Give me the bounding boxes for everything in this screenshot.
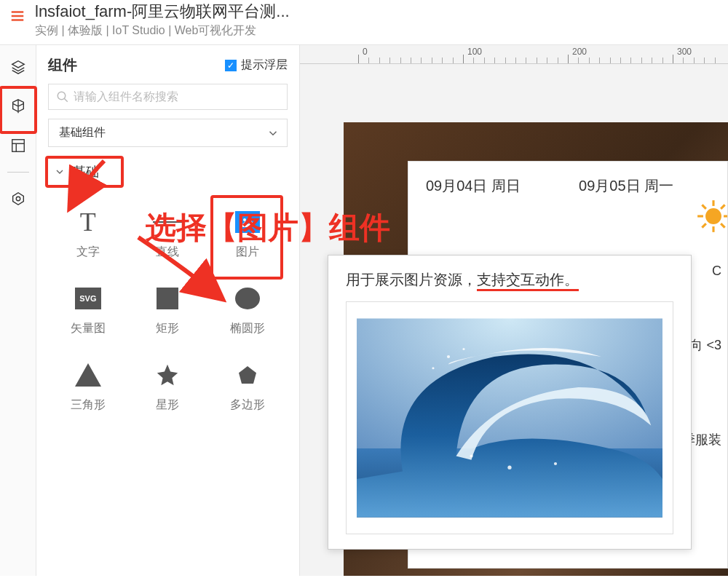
component-label: 矩形 [156,321,179,336]
ruler-horizontal: 0 100 200 300 [300,45,728,64]
component-polygon[interactable]: 多边形 [207,354,288,420]
svg-point-25 [507,466,511,470]
svg-line-6 [64,98,68,102]
category-dropdown[interactable]: 基础组件 [48,119,288,147]
star-icon [155,363,180,387]
layers-icon [10,59,26,75]
hint-label: 提示浮层 [241,58,288,73]
image-tooltip: 用于展示图片资源，支持交互动作。 [328,255,692,550]
settings-hex-icon [10,191,26,207]
wave-image [357,312,662,523]
svg-point-23 [432,367,434,369]
header: lnsfaiot_farm-阿里云物联网平台测... 实例 | 体验版 | Io… [0,0,728,45]
hamburger-icon [9,8,25,24]
svg-marker-9 [239,366,256,384]
svg-marker-3 [12,193,23,205]
svg-line-16 [721,223,724,227]
chevron-down-icon [266,127,280,140]
component-label: 星形 [156,397,179,413]
svg-point-22 [462,348,464,350]
search-input[interactable] [74,90,280,103]
component-label: 多边形 [230,397,265,413]
component-label: 三角形 [71,397,106,413]
component-triangle[interactable]: 三角形 [48,354,128,420]
svg-point-4 [16,197,20,201]
rail-settings[interactable] [5,186,31,212]
date-monday: 09月05日 周一 [579,176,673,196]
svg-line-18 [721,205,724,208]
component-label: 文字 [76,245,100,260]
svg-point-5 [58,92,66,100]
polygon-icon [236,363,259,387]
tooltip-preview [346,301,673,534]
wind-text: 向 <3 [689,336,721,354]
annotation-text: 选择【图片】组件 [146,207,390,248]
hint-toggle[interactable]: ✓ 提示浮层 [225,58,288,73]
checkbox-checked-icon: ✓ [225,60,237,71]
search-box[interactable] [48,84,288,110]
ellipse-icon [235,288,260,309]
svg-rect-0 [12,140,24,152]
svg-point-21 [447,355,450,358]
svg-line-17 [702,223,705,227]
tooltip-text: 用于展示图片资源，支持交互动作。 [346,270,673,290]
svg-point-10 [705,208,721,224]
panel-title: 组件 [48,55,77,75]
svg-icon: SVG [75,288,101,309]
search-icon [56,90,69,103]
rail-layers[interactable] [5,54,31,80]
component-svg[interactable]: SVG 矢量图 [48,277,128,344]
rail-template[interactable] [5,132,31,159]
arrow-to-group [64,157,122,215]
hamburger-menu[interactable] [6,4,29,28]
breadcrumb: 实例 | 体验版 | IoT Studio | Web可视化开发 [35,23,290,39]
date-sunday: 09月04日 周日 [426,176,521,196]
triangle-icon [75,363,101,387]
svg-point-24 [470,454,472,457]
component-label: 椭圆形 [230,321,265,336]
svg-point-26 [554,462,557,465]
component-label: 矢量图 [71,321,106,336]
svg-line-15 [702,205,705,208]
page-title: lnsfaiot_farm-阿里云物联网平台测... [35,1,290,22]
rail-components[interactable] [5,93,31,119]
components-panel: 组件 ✓ 提示浮层 基础组件 基础 T 文字 直线 [36,45,300,576]
template-icon [10,138,26,154]
category-value: 基础组件 [59,125,106,140]
left-rail [0,45,36,576]
sun-icon [695,198,728,234]
component-star[interactable]: 星形 [128,354,208,420]
